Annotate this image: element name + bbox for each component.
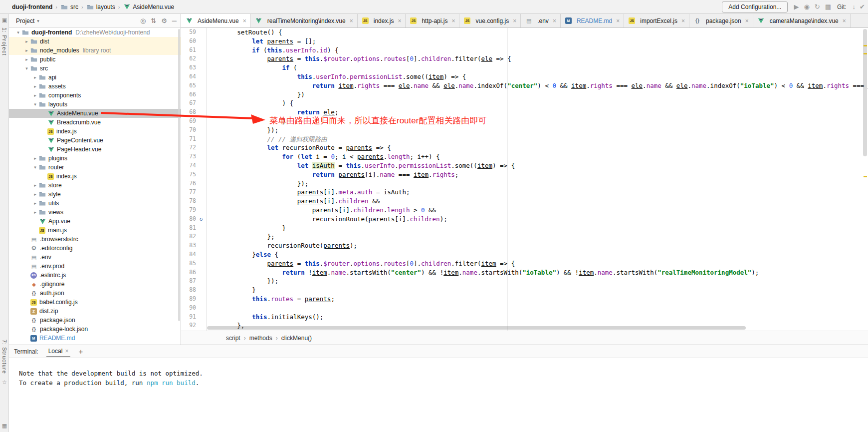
tree-item[interactable]: ES.eslintrc.js [9,271,181,280]
breadcrumb-item[interactable]: AsideMenu.vue [123,3,174,11]
breadcrumb-item[interactable]: methods [249,335,272,342]
line-number[interactable]: 65 [181,81,196,90]
chevron-right-icon[interactable]: ▸ [32,183,38,188]
tree-item[interactable]: ▸views [9,208,181,217]
tree-item[interactable]: ▾router [9,163,181,172]
tree-item[interactable]: ⚙.editorconfig [9,244,181,253]
breadcrumb-item[interactable]: duoji-frontend [12,3,52,10]
code-text[interactable]: parents = this.$router.options.routes[0]… [206,259,515,268]
tree-item[interactable]: Breadcrumb.vue [9,118,181,127]
tree-item[interactable]: App.vue [9,217,181,226]
terminal-output[interactable]: Note that the development build is not o… [9,358,868,388]
close-icon[interactable]: × [843,17,846,24]
update-icon[interactable]: ↓ [853,3,856,10]
line-number[interactable]: 84 [181,250,196,259]
sync-icon[interactable]: ↻ [815,3,820,10]
chevron-right-icon[interactable]: ▸ [23,57,30,62]
project-view-selector[interactable]: Project ▾ [16,17,39,24]
tree-item[interactable]: ▸node_moduleslibrary root [9,46,181,55]
tree-item[interactable]: ◆.gitignore [9,280,181,289]
line-number[interactable]: 69 [181,117,196,126]
chevron-right-icon[interactable]: ▸ [23,39,30,44]
code-editor[interactable]: 59 setRoute() {60 let parents = [];61 if… [181,28,868,331]
line-number[interactable]: 85 [181,259,196,268]
line-number[interactable]: 91 [181,313,196,322]
tree-item[interactable]: ▤.browserslistrc [9,235,181,244]
warning-stripe-mark[interactable] [864,53,867,54]
editor-tab[interactable]: ▤.env× [521,14,561,27]
scroll-sync-icon[interactable]: ⇅ [151,17,156,24]
code-text[interactable]: for (let i = 0; i < parents.length; i++)… [206,152,440,161]
line-number[interactable]: 80 [181,215,196,224]
hide-icon[interactable]: ─ [172,17,177,24]
close-icon[interactable]: × [745,17,749,24]
chevron-right-icon[interactable]: ▸ [32,156,38,161]
editor-tab[interactable]: JSvue.config.js× [459,14,521,27]
chevron-down-icon[interactable]: ▾ [32,102,38,107]
chevron-down-icon[interactable]: ▾ [32,165,38,170]
line-number[interactable]: 90 [181,304,196,313]
run-icon[interactable]: ▶ [794,3,799,10]
code-text[interactable]: return parents[i].name === item.rights; [206,170,458,179]
code-text[interactable]: }; [206,232,274,241]
line-number[interactable]: 60 [181,37,196,46]
code-text[interactable]: setRoute() { [206,28,282,37]
tree-item[interactable]: JSbabel.config.js [9,298,181,307]
chevron-right-icon[interactable]: ▸ [32,201,38,206]
chevron-right-icon[interactable]: ▸ [23,48,30,53]
tree-item[interactable]: PageContent.vue [9,136,181,145]
code-text[interactable]: parents[i].children && [206,197,380,206]
tree-item[interactable]: ▾duoji-frontendD:\zheheWeb\duoji-fronten… [9,28,181,37]
code-text[interactable]: this.userInfo.permissionList.some((item)… [206,72,466,81]
debug-icon[interactable]: ◉ [804,3,809,10]
tree-item[interactable]: {}package-lock.json [9,325,181,334]
code-text[interactable]: this.routes = parents; [206,295,335,304]
tree-item[interactable]: ▾src [9,64,181,73]
warning-stripe-mark[interactable] [864,45,867,46]
warning-stripe-mark[interactable] [864,176,867,177]
tree-item[interactable]: ▤.env [9,253,181,262]
line-number[interactable]: 81 [181,224,196,233]
horizontal-scrollbar[interactable] [207,326,746,330]
breadcrumb-item[interactable]: clickMenu() [281,335,312,342]
line-number[interactable]: 86 [181,268,196,277]
code-text[interactable]: this.initialKeys(); [206,313,323,322]
close-icon[interactable]: × [398,17,401,24]
line-number[interactable]: 78 [181,197,196,206]
line-number[interactable]: 61 [181,46,196,55]
editor-tab[interactable]: JSimportExcel.js× [624,14,689,27]
code-text[interactable]: recursionRoute(parents); [206,241,357,250]
tree-item[interactable]: ▸components [9,91,181,100]
chevron-right-icon[interactable]: ▸ [32,210,38,215]
line-number[interactable]: 67 [181,99,196,108]
line-number[interactable]: 68 [181,108,196,117]
breadcrumb-item[interactable]: src [60,3,78,11]
tree-item[interactable]: JSindex.js [9,127,181,136]
line-number[interactable]: 77 [181,188,196,197]
code-text[interactable]: parents[i].children.length > 0 && [206,206,436,215]
tree-item[interactable]: JSindex.js [9,172,181,181]
chevron-right-icon[interactable]: ▸ [32,84,38,89]
close-icon[interactable]: × [513,17,516,24]
tool-button-structure[interactable]: 7: Structure [1,340,7,374]
line-number[interactable]: 71 [181,135,196,144]
close-icon[interactable]: × [616,17,620,24]
tree-item[interactable]: ▾layouts [9,100,181,109]
code-text[interactable]: }); [206,179,308,188]
editor-tab[interactable]: AsideMenu.vue× [181,14,251,27]
code-text[interactable]: if (this.userInfo.id) { [206,46,338,55]
breadcrumb-item[interactable]: layouts [86,3,115,11]
tree-item[interactable]: ▸style [9,190,181,199]
line-number[interactable]: 76 [181,179,196,188]
tool-windows-icon[interactable]: ▦ [825,3,831,10]
code-text[interactable]: return ele; [206,108,338,117]
editor-tab[interactable]: cameraManage\index.vue× [753,14,851,27]
line-number[interactable]: 73 [181,152,196,161]
code-text[interactable] [206,304,207,313]
chevron-down-icon[interactable]: ▾ [23,66,30,71]
tree-item[interactable]: ▸public [9,55,181,64]
line-number[interactable]: 64 [181,72,196,81]
editor-tab[interactable]: realTimeMonitoring\index.vue× [251,14,358,27]
tree-item[interactable]: MREADME.md [9,334,181,343]
line-number[interactable]: 70 [181,126,196,135]
